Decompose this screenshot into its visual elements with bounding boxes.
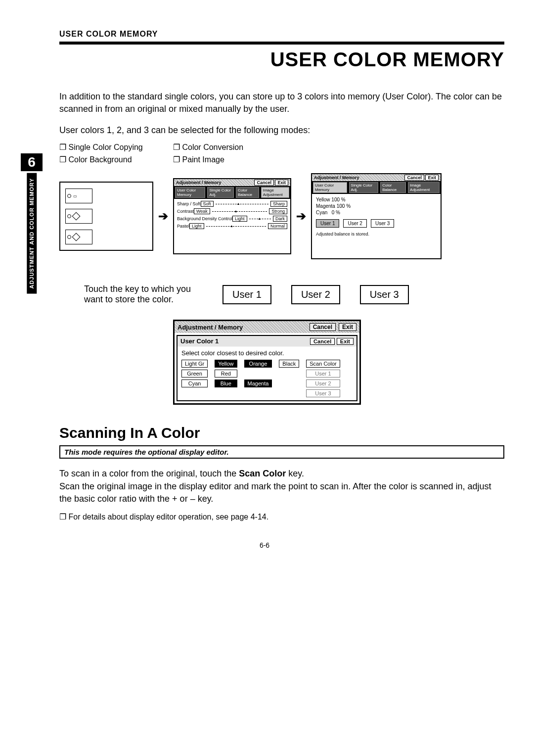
user-slot-button[interactable]: User 2 <box>343 219 366 228</box>
opt-button[interactable]: Soft <box>201 201 214 207</box>
arrow-icon: ➔ <box>296 209 306 223</box>
opt-button[interactable]: Sharp <box>270 201 287 207</box>
tab[interactable]: Color Balance <box>236 187 259 198</box>
tab[interactable]: Single Color Adj. <box>207 187 234 198</box>
opt-button[interactable]: Dark <box>273 216 287 222</box>
opt-button[interactable]: Strong <box>269 208 287 214</box>
mode-item: Color Background <box>59 155 173 164</box>
tab[interactable]: Image Adjustment <box>261 187 289 198</box>
intro-paragraph: In addition to the standard single color… <box>59 91 504 115</box>
requirement-note: This mode requires the optional display … <box>59 445 504 459</box>
inner-dialog-title: User Color 1 <box>180 337 219 345</box>
color-button[interactable]: Black <box>279 360 299 368</box>
value-pct: 100 % <box>331 197 345 202</box>
text: To scan in a color from the original, to… <box>59 469 239 478</box>
user-slot-button[interactable]: User 2 <box>306 379 340 387</box>
page-title: USER COLOR MEMORY <box>59 48 504 71</box>
value-name: Magenta <box>316 203 335 209</box>
page-number: 6-6 <box>25 541 504 549</box>
user-slot-button[interactable]: User 1 <box>316 219 339 228</box>
user-slot-button[interactable]: User 3 <box>306 389 340 397</box>
color-button[interactable]: Cyan <box>181 379 208 387</box>
opt-button[interactable]: Normal <box>268 223 287 229</box>
touch-instruction: Touch the key to which you want to store… <box>84 284 203 305</box>
text: key. <box>286 469 304 478</box>
row-label: Sharp / Soft <box>177 201 201 206</box>
stored-note: Adjusted balance is stored. <box>316 232 437 236</box>
user-slot-button[interactable]: User 3 <box>371 219 394 228</box>
color-button[interactable]: Light Gr <box>181 360 208 368</box>
text: Scan the original image in the display e… <box>59 481 491 504</box>
value-pct: 100 % <box>337 203 351 209</box>
value-pct: 0 % <box>332 210 340 215</box>
screens-row: ▭ ➔ Adjustment / Memory Cancel Exit User… <box>59 173 504 259</box>
mode-item: Single Color Copying <box>59 142 173 152</box>
section-heading: Scanning In A Color <box>59 425 504 441</box>
detail-bullet: For details about display editor operati… <box>59 512 504 521</box>
modes-list: Single Color Copying Color Conversion Co… <box>59 142 504 164</box>
opt-button[interactable]: Weak <box>194 208 210 214</box>
panel-b-title: Adjustment / Memory <box>176 180 222 185</box>
value-name: Cyan <box>316 210 327 215</box>
scan-color-keyword: Scan Color <box>239 469 286 478</box>
color-button[interactable]: Orange <box>244 360 272 368</box>
tab[interactable]: Image Adjustment <box>408 182 440 193</box>
opt-button[interactable]: Light <box>232 216 247 222</box>
cancel-button[interactable]: Cancel <box>310 323 336 331</box>
exit-button[interactable]: Exit <box>339 323 356 331</box>
exit-button[interactable]: Exit <box>337 338 354 345</box>
panel-user-color-memory: Adjustment / Memory Cancel Exit User Col… <box>311 173 442 259</box>
user-color-dialog-wrap: Adjustment / Memory Cancel Exit User Col… <box>173 320 361 405</box>
mode-item: Paint Image <box>173 155 287 164</box>
user-button[interactable]: User 2 <box>291 285 340 304</box>
row-label: Pastel <box>177 224 189 229</box>
scan-paragraph-1: To scan in a color from the original, to… <box>59 468 504 505</box>
user-button[interactable]: User 1 <box>222 285 271 304</box>
opt-button[interactable]: Light <box>189 223 204 229</box>
chapter-rail: 6 ADJUSTMENT AND COLOR MEMORY <box>20 153 44 294</box>
dialog-title: Adjustment / Memory <box>178 324 243 331</box>
cancel-button[interactable]: Cancel <box>310 338 335 345</box>
cancel-button[interactable]: Cancel <box>254 180 274 186</box>
value-name: Yellow <box>316 197 330 202</box>
scan-color-button[interactable]: Scan Color <box>306 360 340 368</box>
thick-rule <box>59 42 504 45</box>
modes-lead: User colors 1, 2, and 3 can be selected … <box>59 125 504 136</box>
tab[interactable]: Color Balance <box>380 182 406 193</box>
mode-item: Color Conversion <box>173 142 287 152</box>
exit-button[interactable]: Exit <box>425 175 439 181</box>
row-label: Contrast <box>177 209 194 214</box>
row-label: Background Density Control <box>177 216 232 221</box>
tab[interactable]: Single Color Adj. <box>349 182 379 193</box>
tab[interactable]: User Color Memory <box>313 182 347 193</box>
user-button[interactable]: User 3 <box>360 285 409 304</box>
color-button[interactable]: Yellow <box>215 360 237 368</box>
running-head: USER COLOR MEMORY <box>59 30 504 39</box>
color-button[interactable]: Magenta <box>244 379 272 387</box>
color-button[interactable]: Blue <box>215 379 237 387</box>
user-color-dialog: Adjustment / Memory Cancel Exit User Col… <box>173 320 361 405</box>
exit-button[interactable]: Exit <box>275 180 288 186</box>
user-slot-button[interactable]: User 1 <box>306 370 340 378</box>
touch-key-row: Touch the key to which you want to store… <box>84 284 504 305</box>
cancel-button[interactable]: Cancel <box>404 175 424 181</box>
panel-c-title: Adjustment / Memory <box>314 175 359 180</box>
panel-source: ▭ <box>59 182 153 251</box>
chapter-label: ADJUSTMENT AND COLOR MEMORY <box>27 173 37 294</box>
panel-image-adjust: Adjustment / Memory Cancel Exit User Col… <box>173 178 291 254</box>
chapter-number: 6 <box>21 153 43 171</box>
dialog-prompt: Select color closest to desired color. <box>181 349 353 357</box>
tab[interactable]: User Color Memory <box>175 187 205 198</box>
color-button[interactable]: Red <box>215 370 237 378</box>
color-button[interactable]: Green <box>181 370 208 378</box>
arrow-icon: ➔ <box>158 209 168 223</box>
